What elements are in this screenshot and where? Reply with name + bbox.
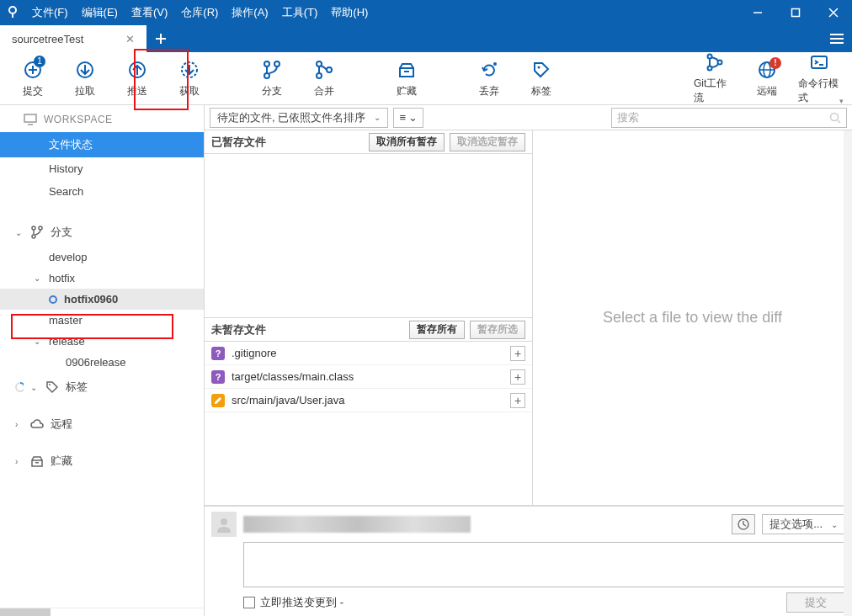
- file-row[interactable]: ? target/classes/main.class +: [205, 365, 532, 389]
- gitflow-button[interactable]: Git工作流: [694, 51, 736, 105]
- svg-line-48: [838, 120, 840, 123]
- fetch-button[interactable]: 获取: [168, 59, 210, 98]
- chevron-down-icon: ⌄: [34, 273, 42, 283]
- push-checkbox-label: 立即推送变更到 -: [260, 595, 343, 610]
- stage-all-button[interactable]: 暂存所有: [409, 321, 465, 339]
- branch-master[interactable]: master: [0, 310, 204, 331]
- chevron-down-icon: ⌄: [30, 383, 39, 392]
- svg-point-49: [221, 518, 227, 525]
- sidebar-item-history[interactable]: History: [0, 157, 204, 180]
- unstage-all-button[interactable]: 取消所有暂存: [369, 133, 445, 151]
- stage-file-button[interactable]: +: [510, 369, 525, 385]
- branches-section[interactable]: ⌄ 分支: [0, 218, 204, 247]
- discard-icon: [479, 59, 499, 81]
- chevron-down-icon: ⌄: [408, 111, 418, 124]
- remote-button[interactable]: ! 远端: [746, 59, 788, 98]
- sidebar-item-search[interactable]: Search: [0, 180, 204, 203]
- tags-section[interactable]: ⌄ 标签: [0, 373, 204, 401]
- svg-point-20: [264, 61, 269, 66]
- stash-icon: [30, 455, 44, 467]
- branch-release[interactable]: ⌄ release: [0, 331, 204, 352]
- app-logo: [0, 6, 25, 19]
- search-input[interactable]: 搜索: [611, 108, 847, 128]
- file-row[interactable]: ? .gitignore +: [205, 342, 532, 365]
- unstaged-files-list: ? .gitignore + ? target/classes/main.cla…: [205, 342, 532, 505]
- sidebar-item-filestatus[interactable]: 文件状态: [0, 132, 204, 157]
- branch-button[interactable]: 分支: [251, 59, 293, 98]
- menu-tools[interactable]: 工具(T): [275, 0, 325, 25]
- svg-rect-36: [812, 56, 827, 68]
- svg-point-41: [39, 226, 42, 230]
- branch-hotfix0960[interactable]: hotfix0960: [0, 289, 204, 310]
- chevron-down-icon: ⌄: [15, 228, 24, 237]
- window-minimize[interactable]: [738, 0, 776, 25]
- monitor-icon: [24, 114, 37, 125]
- terminal-button[interactable]: 命令行模式 ▾: [798, 51, 840, 105]
- svg-point-47: [831, 113, 839, 120]
- stage-selected-button[interactable]: 暂存所选: [470, 321, 525, 339]
- push-button[interactable]: 推送: [116, 59, 158, 98]
- avatar: [211, 512, 237, 537]
- pending-filter-select[interactable]: 待定的文件, 已依照文件名排序 ⌄: [210, 108, 388, 128]
- svg-point-29: [538, 66, 540, 68]
- svg-rect-1: [12, 13, 13, 18]
- search-icon: [829, 112, 841, 124]
- current-branch-indicator: [49, 295, 57, 304]
- window-close[interactable]: [814, 0, 852, 25]
- repo-tab[interactable]: sourcetreeTest ✕: [0, 25, 146, 52]
- commit-badge: 1: [34, 56, 45, 67]
- window-maximize[interactable]: [776, 0, 814, 25]
- pull-button[interactable]: 拉取: [64, 59, 106, 98]
- menu-file[interactable]: 文件(F): [25, 0, 75, 25]
- menu-icon[interactable]: [822, 25, 852, 52]
- unstaged-header: 未暂存文件 暂存所有 暂存所选: [205, 318, 532, 342]
- svg-point-31: [708, 66, 712, 71]
- svg-point-44: [49, 384, 51, 385]
- stage-file-button[interactable]: +: [510, 346, 525, 361]
- stashes-section[interactable]: › 贮藏: [0, 447, 204, 475]
- stage-file-button[interactable]: +: [510, 393, 525, 408]
- branch-develop[interactable]: develop: [0, 247, 204, 268]
- unstage-selected-button[interactable]: 取消选定暂存: [450, 133, 525, 151]
- tag-icon: [531, 59, 551, 81]
- menu-help[interactable]: 帮助(H): [324, 0, 375, 25]
- chevron-right-icon: ›: [15, 420, 24, 429]
- commit-button[interactable]: 1 提交: [12, 59, 54, 98]
- add-tab-button[interactable]: [146, 25, 175, 52]
- commit-submit-button[interactable]: 提交: [786, 592, 845, 613]
- pull-icon: [75, 59, 95, 81]
- menu-repo[interactable]: 仓库(R): [174, 0, 225, 25]
- close-icon[interactable]: ✕: [125, 33, 135, 45]
- file-status-modified: [211, 394, 225, 407]
- chevron-down-icon: ▾: [839, 97, 844, 105]
- file-status-unknown: ?: [211, 347, 225, 360]
- svg-point-30: [708, 55, 712, 59]
- terminal-icon: [809, 51, 829, 73]
- tag-button[interactable]: 标签: [520, 59, 562, 98]
- push-immediately-checkbox[interactable]: [243, 597, 255, 608]
- file-row[interactable]: src/main/java/User.java +: [205, 389, 532, 412]
- sidebar-hscroll[interactable]: [0, 608, 204, 616]
- discard-button[interactable]: 丢弃: [468, 59, 510, 98]
- svg-point-40: [32, 226, 35, 230]
- content-vscroll[interactable]: [844, 130, 852, 616]
- stash-button[interactable]: 贮藏: [386, 59, 428, 98]
- remotes-section[interactable]: › 远程: [0, 410, 204, 438]
- clock-icon: [738, 518, 749, 530]
- merge-icon: [314, 59, 334, 81]
- history-icon-button[interactable]: [732, 514, 755, 534]
- commit-options-select[interactable]: 提交选项... ⌄: [762, 514, 845, 534]
- menu-edit[interactable]: 编辑(E): [75, 0, 125, 25]
- view-mode-button[interactable]: ≡ ⌄: [393, 108, 423, 128]
- svg-point-24: [317, 73, 322, 78]
- svg-rect-38: [24, 114, 36, 122]
- branch-icon: [30, 226, 44, 239]
- chevron-right-icon: ›: [15, 457, 24, 466]
- branch-0906release[interactable]: 0906release: [0, 352, 204, 373]
- svg-point-25: [327, 67, 332, 72]
- branch-hotfix[interactable]: ⌄ hotfix: [0, 268, 204, 289]
- merge-button[interactable]: 合并: [303, 59, 345, 98]
- menu-action[interactable]: 操作(A): [225, 0, 274, 25]
- commit-message-input[interactable]: [243, 542, 845, 587]
- menu-view[interactable]: 查看(V): [125, 0, 174, 25]
